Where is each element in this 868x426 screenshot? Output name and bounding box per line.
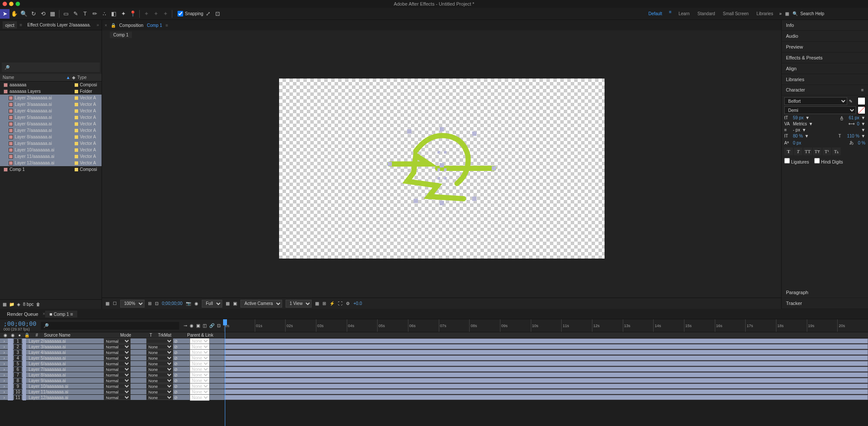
kerning[interactable]: Metrics bbox=[793, 121, 807, 126]
leading[interactable]: 61 px bbox=[849, 115, 859, 120]
smallcaps-button[interactable]: Tᴛ bbox=[813, 147, 822, 155]
workspace-menu-icon[interactable]: ≡ bbox=[669, 10, 672, 18]
text-tool[interactable]: T bbox=[80, 9, 90, 19]
vscale[interactable]: 80 % bbox=[793, 134, 803, 138]
layer-duration-bar[interactable] bbox=[224, 344, 868, 349]
layer-duration-bar[interactable] bbox=[224, 367, 868, 372]
playhead[interactable] bbox=[225, 319, 225, 426]
viewer-timecode[interactable]: 0;00;00;00 bbox=[162, 301, 182, 306]
snap-option-icon[interactable]: ⤢ bbox=[203, 9, 213, 19]
mode-select[interactable]: Normal bbox=[104, 361, 131, 366]
timeline-layer-row[interactable]: › 3 Layer 4/aaaaaaa.ai Normal None ⊘ Non… bbox=[0, 350, 868, 355]
channel-icon[interactable]: ☐ bbox=[113, 301, 117, 306]
trkmat-select[interactable]: None bbox=[146, 389, 173, 394]
stroke-color[interactable] bbox=[858, 106, 865, 114]
workspace-default[interactable]: Default bbox=[648, 10, 663, 18]
timeline-layer-row[interactable]: › 9 Layer 10/aaaaaaa.ai Normal None ⊘ No… bbox=[0, 383, 868, 389]
mode-select[interactable]: Normal bbox=[104, 383, 131, 389]
interpret-icon[interactable]: ▦ bbox=[3, 302, 7, 307]
project-item[interactable]: Layer 3/aaaaaaa.aiVector A bbox=[0, 101, 102, 108]
project-item[interactable]: Layer 6/aaaaaaa.aiVector A bbox=[0, 121, 102, 127]
zoom-select[interactable]: 100% bbox=[120, 300, 145, 308]
col-source-name[interactable]: Source Name bbox=[44, 333, 117, 338]
orbit-tool[interactable]: ↻ bbox=[29, 9, 38, 19]
render-queue-tab[interactable]: Render Queue bbox=[3, 311, 43, 318]
hand-tool[interactable]: ✋ bbox=[10, 9, 19, 19]
mode-select[interactable]: Normal bbox=[104, 350, 131, 355]
project-item[interactable]: Layer 7/aaaaaaa.aiVector A bbox=[0, 127, 102, 134]
trkmat-select[interactable]: None bbox=[146, 367, 173, 372]
brush-tool[interactable]: ✏ bbox=[90, 9, 99, 19]
layer-duration-bar[interactable] bbox=[224, 389, 868, 394]
trkmat-select[interactable]: None bbox=[146, 378, 173, 383]
col-type[interactable]: Type bbox=[77, 75, 99, 80]
trkmat-select[interactable]: None bbox=[146, 355, 173, 360]
tl-icon-3[interactable]: ▣ bbox=[196, 323, 200, 328]
grid-icon[interactable]: ▦ bbox=[226, 301, 230, 306]
col-name[interactable]: Name bbox=[3, 75, 66, 80]
layer-duration-bar[interactable] bbox=[224, 378, 868, 383]
comp-subtab[interactable]: Comp 1 bbox=[110, 32, 132, 38]
mode-select[interactable]: Normal bbox=[104, 395, 131, 400]
camera-tool[interactable]: ▦ bbox=[48, 9, 57, 19]
mode-select[interactable]: Normal bbox=[104, 338, 131, 344]
col-parent[interactable]: Parent & Link bbox=[187, 333, 220, 338]
tracking[interactable]: 0 bbox=[857, 121, 860, 126]
character-panel-header[interactable]: Character≡ bbox=[782, 85, 868, 95]
lock-icon[interactable]: 🔒 bbox=[111, 23, 116, 28]
timeline-layer-row[interactable]: › 1 Layer 2/aaaaaaa.ai Normal ⊘ None bbox=[0, 338, 868, 344]
trkmat-select[interactable]: None bbox=[146, 350, 173, 355]
align-panel[interactable]: Align bbox=[782, 63, 868, 74]
tl-icon-2[interactable]: ◉ bbox=[190, 323, 194, 328]
mode-select[interactable]: Normal bbox=[104, 372, 131, 377]
timeline-layer-row[interactable]: › 2 Layer 3/aaaaaaa.ai Normal None ⊘ Non… bbox=[0, 344, 868, 350]
project-item[interactable]: Layer 9/aaaaaaa.aiVector A bbox=[0, 140, 102, 147]
composition-canvas[interactable] bbox=[279, 79, 605, 259]
timeline-layer-row[interactable]: › 10 Layer 11/aaaaaaa.ai Normal None ⊘ N… bbox=[0, 389, 868, 395]
bpc-label[interactable]: 8 bpc bbox=[23, 302, 33, 307]
help-search[interactable]: 🔍 Search Help bbox=[792, 11, 858, 16]
effects-presets-panel[interactable]: Effects & Presets bbox=[782, 52, 868, 63]
layer-duration-bar[interactable] bbox=[224, 383, 868, 389]
timeline-layer-row[interactable]: › 8 Layer 9/aaaaaaa.ai Normal None ⊘ Non… bbox=[0, 378, 868, 383]
ligatures-check[interactable]: Ligatures bbox=[784, 158, 809, 164]
timeline-search[interactable]: 🔎 bbox=[41, 322, 179, 330]
tl-icon-4[interactable]: ◫ bbox=[203, 323, 207, 328]
vopt4-icon[interactable]: ⛶ bbox=[338, 301, 342, 306]
tl-icon-1[interactable]: ⊸ bbox=[184, 323, 187, 328]
overflow-icon[interactable]: » bbox=[779, 11, 782, 16]
roi-icon[interactable]: ⊡ bbox=[155, 301, 158, 306]
baseline[interactable]: 0 px bbox=[793, 141, 801, 145]
timeline-layer-row[interactable]: › 6 Layer 7/aaaaaaa.ai Normal None ⊘ Non… bbox=[0, 367, 868, 372]
layer-duration-bar[interactable] bbox=[224, 361, 868, 366]
mode-select[interactable]: Normal bbox=[104, 344, 131, 349]
camera-select[interactable]: Active Camera bbox=[240, 300, 282, 308]
panel-icon[interactable]: ▦ bbox=[785, 11, 789, 16]
project-item[interactable]: aaaaaaa LayersFolder bbox=[0, 88, 102, 95]
allcaps-button[interactable]: TT bbox=[803, 147, 812, 155]
snapping-toggle[interactable]: Snapping bbox=[178, 11, 203, 16]
trash-icon[interactable]: 🗑 bbox=[36, 302, 40, 307]
resolution-select[interactable]: Full bbox=[202, 300, 222, 308]
trkmat-select[interactable]: None bbox=[146, 372, 173, 377]
project-item[interactable]: Comp 1Composi bbox=[0, 166, 102, 173]
stroke-width[interactable]: - px bbox=[793, 128, 800, 132]
hindi-check[interactable]: Hindi Digits bbox=[814, 158, 843, 164]
project-item[interactable]: aaaaaaaComposi bbox=[0, 82, 102, 88]
italic-button[interactable]: T bbox=[794, 147, 802, 155]
show-icon[interactable]: ◉ bbox=[194, 301, 198, 306]
trkmat-select[interactable] bbox=[146, 338, 173, 344]
vopt2-icon[interactable]: ⊞ bbox=[322, 301, 326, 306]
rect-tool[interactable]: ▭ bbox=[61, 9, 71, 19]
puppet-tool[interactable]: 📍 bbox=[128, 9, 138, 19]
mode-select[interactable]: Normal bbox=[104, 378, 131, 383]
trkmat-select[interactable]: None bbox=[146, 361, 173, 366]
col-trkmat[interactable]: TrkMat bbox=[158, 333, 184, 338]
project-item[interactable]: Layer 11/aaaaaaa.aiVector A bbox=[0, 153, 102, 160]
fill-color[interactable] bbox=[858, 97, 865, 105]
snap-option2-icon[interactable]: ⊡ bbox=[213, 9, 222, 19]
parent-select[interactable]: None bbox=[190, 394, 210, 401]
timeline-layer-row[interactable]: › 4 Layer 5/aaaaaaa.ai Normal None ⊘ Non… bbox=[0, 355, 868, 361]
project-item[interactable]: Layer 4/aaaaaaa.aiVector A bbox=[0, 108, 102, 114]
vopt3-icon[interactable]: ⚡ bbox=[329, 301, 335, 306]
